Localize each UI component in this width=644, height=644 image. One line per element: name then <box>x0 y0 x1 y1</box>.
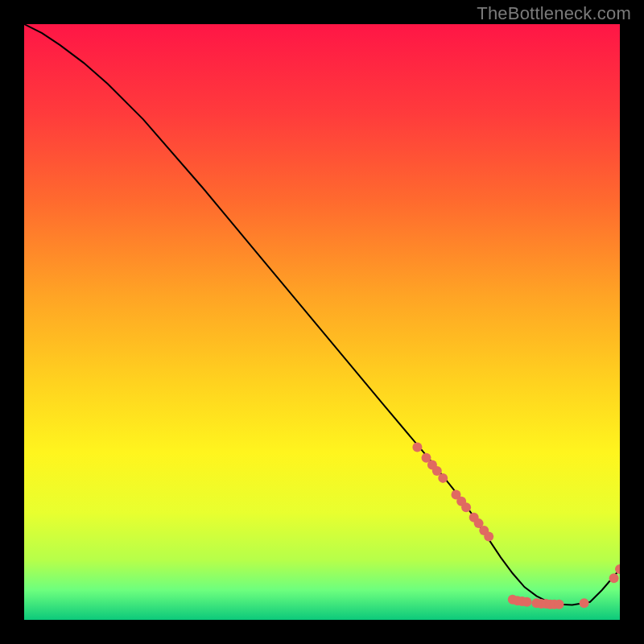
gradient-background <box>24 24 620 620</box>
data-marker <box>461 502 471 512</box>
data-marker <box>555 600 564 609</box>
plot-area <box>24 24 620 620</box>
data-marker <box>484 531 493 541</box>
data-marker <box>580 598 589 608</box>
data-marker <box>609 573 619 583</box>
data-marker <box>412 442 422 452</box>
chart-frame: TheBottleneck.com <box>0 0 644 644</box>
bottleneck-chart <box>24 24 620 620</box>
watermark-text: TheBottleneck.com <box>477 3 631 24</box>
data-marker <box>522 597 532 607</box>
data-marker <box>438 473 448 483</box>
